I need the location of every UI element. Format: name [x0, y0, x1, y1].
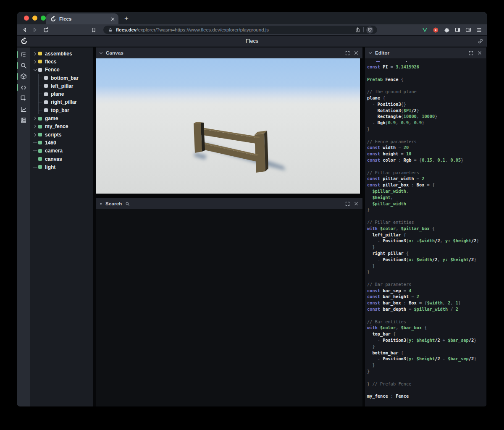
leaf-dash-icon [32, 164, 38, 170]
leaf-dash-icon [32, 156, 38, 162]
entity-square-icon [38, 149, 42, 153]
code-line: // Pillar parameters [367, 170, 486, 176]
code-line: const pillar_width = 2 [367, 176, 486, 182]
tree-item-1460[interactable]: 1460 [32, 139, 93, 147]
code-line [367, 132, 486, 139]
browser-tab[interactable]: Flecs [46, 13, 118, 24]
code-line: - Rgb{0.9, 0.9, 0.9} [367, 120, 486, 126]
code-line: const color : Rgb = {0.15, 0.1, 0.05} [367, 157, 486, 163]
code-line [367, 213, 486, 219]
window-minimize-button[interactable] [32, 16, 37, 21]
code-line: Prefab Fence { [367, 76, 486, 83]
tree-item-assemblies[interactable]: assemblies [32, 50, 93, 58]
entity-square-icon [38, 125, 42, 128]
tree-item-game[interactable]: game [32, 114, 93, 122]
rail-data-icon[interactable] [19, 117, 28, 123]
rail-outliner-icon[interactable] [19, 51, 28, 58]
rail-inspect-icon[interactable] [19, 95, 28, 102]
chevron-down-icon[interactable] [99, 52, 103, 55]
close-panel-icon[interactable] [353, 50, 359, 56]
tree-item-flecs[interactable]: flecs [32, 58, 93, 66]
chevron-right-icon[interactable] [32, 115, 38, 121]
code-line: } // Prefab Fence [367, 381, 486, 387]
sidebar-toggle-icon[interactable] [453, 26, 462, 34]
reload-button[interactable] [42, 26, 50, 34]
url-path: /explorer/?wasm=https://www.flecs.dev/ex… [136, 27, 269, 32]
tree-item-label: plane [51, 91, 64, 97]
window-close-button[interactable] [24, 16, 29, 21]
fullscreen-icon[interactable] [344, 50, 350, 56]
back-button[interactable] [21, 26, 29, 34]
canvas-3d-viewport[interactable] [96, 58, 360, 194]
code-line: - Position3{y: $height/2 - $bar_sep/2} [367, 356, 486, 362]
entity-square-icon [38, 68, 42, 72]
tree-item-left_pillar[interactable]: left_pillar [39, 82, 93, 90]
chevron-right-icon[interactable] [32, 59, 38, 65]
wallet-icon[interactable] [464, 26, 473, 34]
code-editor[interactable]: const PI = 3.1415926Prefab Fence {// The… [365, 58, 486, 406]
code-line: - Position3{x: -$width/2, y: $height/2} [367, 238, 486, 244]
forward-button[interactable] [31, 26, 39, 34]
entity-square-icon [38, 157, 42, 161]
search-results-area[interactable] [96, 209, 362, 406]
entity-square-icon [44, 92, 48, 96]
rail-search-icon[interactable] [19, 62, 28, 69]
code-line: } [367, 368, 486, 375]
extension-badge-icon[interactable] [431, 26, 440, 34]
rail-stats-icon[interactable] [19, 106, 28, 113]
code-line: const bar_height = 2 [367, 294, 486, 300]
close-panel-icon[interactable] [353, 201, 359, 207]
tree-item-label: my_fence [45, 123, 68, 129]
share-link-icon[interactable] [478, 38, 483, 44]
tree-item-light[interactable]: light [32, 163, 93, 171]
share-icon[interactable] [354, 27, 361, 33]
chevron-right-icon[interactable] [32, 51, 38, 57]
code-line: $pillar_width [367, 201, 486, 207]
fullscreen-icon[interactable] [344, 201, 350, 207]
url-bar[interactable]: flecs.dev/explorer/?wasm=https://www.fle… [103, 26, 377, 34]
fullscreen-icon[interactable] [468, 50, 474, 56]
sky-and-ground [96, 58, 360, 194]
window-zoom-button[interactable] [41, 16, 46, 21]
tree-item-plane[interactable]: plane [39, 90, 93, 98]
code-line: $pillar_width, [367, 188, 486, 194]
tree-item-bottom_bar[interactable]: bottom_bar [39, 74, 93, 82]
tab-close-icon[interactable] [111, 17, 115, 21]
panel-bullet-icon[interactable] [100, 203, 102, 205]
chevron-down-icon[interactable] [368, 52, 372, 55]
code-line: } [367, 207, 486, 213]
tree-item-top_bar[interactable]: top_bar [39, 106, 93, 114]
extensions-puzzle-icon[interactable] [442, 26, 451, 34]
code-line: plane { [367, 95, 486, 101]
tree-item-label: light [45, 164, 55, 170]
vue-devtools-icon[interactable] [420, 26, 429, 34]
tree-item-camera[interactable]: camera [32, 147, 93, 155]
tree-item-canvas[interactable]: canvas [32, 155, 93, 163]
chevron-down-icon[interactable] [32, 67, 38, 73]
code-line: // The ground plane [367, 89, 486, 95]
flecs-favicon [50, 16, 56, 22]
code-line [367, 312, 486, 319]
tree-item-label: 1460 [45, 140, 56, 146]
brave-shield-icon[interactable] [366, 26, 373, 34]
chevron-right-icon[interactable] [32, 132, 38, 138]
tree-item-right_pillar[interactable]: right_pillar [39, 98, 93, 106]
code-lines[interactable]: const PI = 3.1415926Prefab Fence {// The… [367, 64, 486, 399]
url-bar-separator [363, 27, 364, 32]
rail-scene-cube-icon[interactable] [19, 73, 28, 80]
rail-code-icon[interactable] [19, 84, 28, 91]
close-panel-icon[interactable] [477, 50, 483, 56]
tree-item-my_fence[interactable]: my_fence [32, 123, 93, 131]
window-controls [24, 16, 46, 21]
entity-tree: assembliesflecsFencebottom_barleft_pilla… [32, 50, 93, 171]
tree-item-Fence[interactable]: Fence [32, 66, 93, 74]
tree-item-scripts[interactable]: scripts [32, 131, 93, 139]
bookmark-icon[interactable] [90, 26, 97, 34]
new-tab-button[interactable]: + [122, 14, 131, 23]
chevron-right-icon[interactable] [32, 123, 38, 129]
browser-menu-icon[interactable] [475, 26, 484, 34]
search-panel-title: Search [105, 201, 122, 206]
entity-square-icon [44, 108, 48, 112]
code-line: - Rotation3{$PI/2} [367, 108, 486, 114]
code-line: top_bar { [367, 331, 486, 337]
